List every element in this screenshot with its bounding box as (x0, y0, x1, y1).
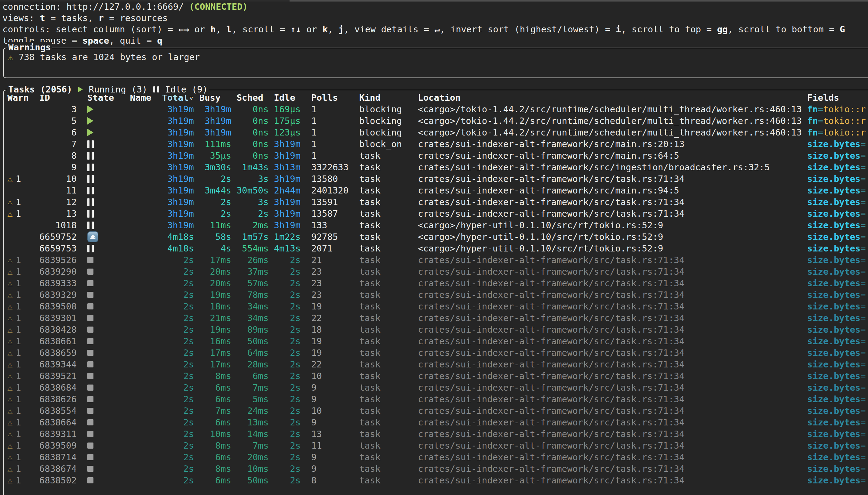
task-row[interactable]: ⚠168393292s19ms78ms2s23taskcrates/sui-in… (7, 289, 868, 301)
task-row[interactable]: 113h19m3m44s30m50s2h44m2401320taskcrates… (7, 185, 868, 196)
task-row[interactable]: 33h19m3h19m0ns169µs1blocking<cargo>/toki… (7, 103, 868, 115)
warn-count: 1 (16, 371, 21, 381)
task-polls-cell: 18 (311, 324, 349, 336)
task-total-cell: 2s (162, 359, 194, 370)
task-row[interactable]: ⚠168386592s17ms64ms2s19taskcrates/sui-in… (7, 347, 868, 359)
task-row[interactable]: ⚠168386612s16ms50ms2s19taskcrates/sui-in… (7, 336, 868, 347)
task-row[interactable]: ⚠1133h19m2s2s3h19m13587taskcrates/sui-in… (7, 208, 868, 219)
task-fields-cell: size.bytes= (807, 428, 868, 440)
field-key: size.bytes (807, 417, 861, 428)
task-state-cell (87, 257, 119, 263)
column-header-kind[interactable]: Kind (359, 92, 407, 103)
task-id-cell: 6838554 (39, 405, 77, 416)
task-kind-cell: block_on (359, 139, 407, 150)
task-row[interactable]: ⚠168386262s6ms5ms2s9taskcrates/sui-index… (7, 393, 868, 405)
task-busy-cell: 3h19m (199, 104, 231, 115)
task-row[interactable]: 83h19m35µs0ns3h19m1taskcrates/sui-indexe… (7, 150, 868, 161)
task-row[interactable]: ⚠168384282s19ms89ms2s18taskcrates/sui-in… (7, 324, 868, 336)
text-segment: , view details = (344, 24, 434, 34)
task-row[interactable]: ⚠168386642s6ms13ms2s9taskcrates/sui-inde… (7, 416, 868, 428)
task-location-cell: crates/sui-indexer-alt-framework/src/tas… (418, 371, 802, 382)
task-row[interactable]: ⚠168395262s17ms26ms2s21taskcrates/sui-in… (7, 254, 868, 266)
task-id-cell: 6838428 (39, 324, 77, 336)
task-row[interactable]: ⚠168392902s20ms37ms2s23taskcrates/sui-in… (7, 266, 868, 277)
task-fields-cell: size.bytes= (807, 336, 868, 347)
task-row[interactable]: 53h19m3h19m0ns175µs1blocking<cargo>/toki… (7, 115, 868, 127)
warning-triangle-icon: ⚠ (7, 347, 13, 358)
task-row[interactable]: 63h19m3h19m0ns123µs1blocking<cargo>/toki… (7, 127, 868, 138)
task-row[interactable]: ⚠168393332s20ms57ms2s23taskcrates/sui-in… (7, 277, 868, 289)
task-idle-cell: 2s (274, 289, 301, 301)
column-header-polls[interactable]: Polls (311, 92, 349, 103)
task-id-cell: 6659752 (39, 231, 77, 243)
task-polls-cell: 2401320 (311, 185, 349, 196)
task-state-cell (87, 106, 119, 113)
task-total-cell: 2s (162, 278, 194, 289)
task-row[interactable]: ⚠168385022s6ms50ms2s8taskcrates/sui-inde… (7, 475, 868, 486)
task-total-cell: 2s (162, 405, 194, 416)
task-fields-cell: size.bytes= (807, 324, 868, 336)
warning-triangle-icon: ⚠ (7, 406, 13, 416)
warning-triangle-icon: ⚠ (7, 301, 13, 312)
task-total-cell: 3h19m (162, 104, 194, 115)
task-row[interactable]: 66597524m18s58s1m57s1m22s92785task<cargo… (7, 231, 868, 243)
field-key: size.bytes (807, 255, 861, 265)
field-key: size.bytes (807, 243, 861, 254)
task-row[interactable]: ⚠168386842s6ms7ms2s9taskcrates/sui-index… (7, 382, 868, 393)
task-busy-cell: 17ms (199, 255, 231, 266)
task-idle-cell: 3h19m (274, 173, 301, 185)
task-polls-cell: 92785 (311, 231, 349, 243)
column-header-fields[interactable]: Fields (807, 92, 868, 103)
task-row[interactable]: 93h19m3m30s1m43s3h13m3322633taskcrates/s… (7, 161, 868, 173)
warning-triangle-icon: ⚠ (7, 267, 13, 277)
task-row[interactable]: ⚠168395092s8ms7ms2s11taskcrates/sui-inde… (7, 440, 868, 451)
warning-triangle-icon: ⚠ (7, 197, 13, 207)
warning-triangle-icon: ⚠ (7, 440, 13, 451)
task-state-cell (87, 361, 119, 368)
task-row[interactable]: ⚠168393442s17ms28ms2s22taskcrates/sui-in… (7, 359, 868, 370)
task-row[interactable]: 73h19m111ms0ns3h19m1block_oncrates/sui-i… (7, 138, 868, 150)
task-row[interactable]: ⚠168393012s21ms34ms2s22taskcrates/sui-in… (7, 312, 868, 324)
text-segment: q (157, 35, 162, 46)
task-idle-cell: 3h19m (274, 150, 301, 161)
task-row[interactable]: ⚠168385542s7ms24ms2s10taskcrates/sui-ind… (7, 405, 868, 416)
task-location-cell: <cargo>/hyper-util-0.1.10/src/rt/tokio.r… (418, 231, 802, 243)
task-warn-cell: ⚠1 (7, 347, 39, 359)
task-id-cell: 3 (39, 104, 77, 115)
field-equals: = (861, 429, 866, 439)
task-row[interactable]: ⚠168386742s8ms10ms2s9taskcrates/sui-inde… (7, 463, 868, 475)
column-header-sched[interactable]: Sched (237, 92, 269, 103)
task-sched-cell: 34ms (237, 301, 269, 312)
task-busy-cell: 18ms (199, 301, 231, 312)
column-header-location[interactable]: Location (418, 92, 802, 103)
task-id-cell: 6839290 (39, 266, 77, 277)
task-row[interactable]: ⚠168387142s6ms20ms2s9taskcrates/sui-inde… (7, 451, 868, 463)
field-equals: = (861, 440, 866, 451)
tasks-panel-title: Tasks (2056) Running (3) Idle (9) (7, 84, 208, 95)
task-warn-cell: ⚠1 (7, 301, 39, 312)
task-sched-cell: 13ms (237, 417, 269, 428)
task-row[interactable]: ⚠168393112s10ms14ms2s13taskcrates/sui-in… (7, 428, 868, 440)
task-row[interactable]: ⚠1123h19m2s3s3h19m13591taskcrates/sui-in… (7, 196, 868, 208)
field-key: fn (807, 116, 818, 126)
task-row[interactable]: 66597534m18s4s554ms4m13s2071task<cargo>/… (7, 243, 868, 254)
task-busy-cell: 4s (199, 243, 231, 254)
task-sched-cell: 1m43s (237, 162, 269, 173)
column-header-idle[interactable]: Idle (274, 92, 301, 103)
text-segment: h (211, 24, 216, 34)
field-key: size.bytes (807, 382, 861, 393)
task-polls-cell: 10 (311, 405, 349, 416)
field-equals: = (818, 116, 823, 126)
task-polls-cell: 8 (311, 475, 349, 486)
task-total-cell: 3h19m (162, 139, 194, 150)
task-row[interactable]: ⚠168395212s8ms6ms2s10taskcrates/sui-inde… (7, 370, 868, 382)
task-row[interactable]: 10183h19m11ms2ms3h19m133task<cargo>/hype… (7, 219, 868, 231)
field-key: size.bytes (807, 394, 861, 404)
task-warn-cell: ⚠1 (7, 417, 39, 428)
task-row[interactable]: ⚠1103h19m2s3s3h19m13580taskcrates/sui-in… (7, 173, 868, 185)
field-equals: = (861, 301, 866, 312)
task-row[interactable]: ⚠168395082s18ms34ms2s19taskcrates/sui-in… (7, 301, 868, 312)
stop-icon (87, 303, 94, 309)
task-kind-cell: task (359, 173, 407, 185)
text-segment: , (328, 24, 338, 34)
